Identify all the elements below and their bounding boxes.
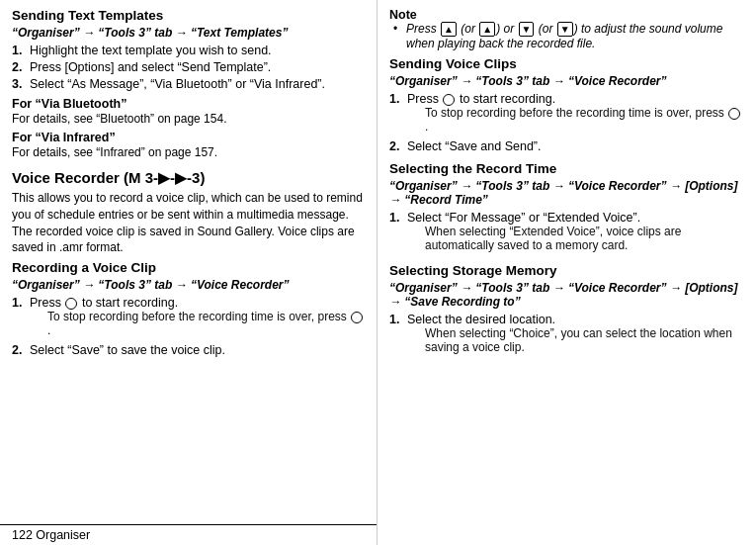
selecting-record-time-title: Selecting the Record Time bbox=[389, 161, 744, 176]
selecting-storage-path: “Organiser” → “Tools 3” tab → “Voice Rec… bbox=[389, 281, 744, 309]
selecting-record-time-path: “Organiser” → “Tools 3” tab → “Voice Rec… bbox=[389, 179, 744, 207]
ss-step-1-num: 1. bbox=[389, 313, 407, 357]
step-2-text: Press [Options] and select “Send Templat… bbox=[30, 60, 365, 74]
down-key-2: ▼ bbox=[557, 22, 573, 37]
step-3-text: Select “As Message”, “Via Bluetooth” or … bbox=[30, 77, 365, 91]
ss-step-1-content: Select the desired location. When select… bbox=[407, 313, 744, 357]
step-1-num: 1. bbox=[12, 44, 30, 57]
note-title: Note bbox=[389, 8, 744, 22]
sending-text-templates-title: Sending Text Templates bbox=[12, 8, 365, 23]
note-section: Note • Press ▲ (or ▲) or ▼ (or ▼) to adj… bbox=[389, 8, 744, 50]
step-1-text: Highlight the text template you wish to … bbox=[30, 44, 365, 57]
page-footer: 122 Organiser bbox=[0, 524, 378, 545]
svc-step-1-content: Press to start recording. To stop record… bbox=[407, 92, 744, 136]
up-key-2: ▲ bbox=[479, 22, 495, 37]
step-2-num: 2. bbox=[12, 60, 30, 74]
footer-text: 122 Organiser bbox=[12, 528, 90, 542]
svc-step-1-num: 1. bbox=[389, 92, 407, 136]
note-bullet: • bbox=[393, 22, 403, 50]
rec-step-1-sub: To stop recording before the recording t… bbox=[30, 310, 365, 337]
up-key: ▲ bbox=[441, 22, 457, 37]
via-bluetooth-heading: For “Via Bluetooth” bbox=[12, 97, 365, 111]
svc-step-2: 2. Select “Save and Send”. bbox=[389, 139, 744, 153]
svc-step-1: 1. Press to start recording. To stop rec… bbox=[389, 92, 744, 136]
svc-step-2-num: 2. bbox=[389, 139, 407, 153]
down-key: ▼ bbox=[519, 22, 535, 37]
right-column: Note • Press ▲ (or ▲) or ▼ (or ▼) to adj… bbox=[378, 0, 756, 545]
srt-step-1-content: Select “For Message” or “Extended Voice”… bbox=[407, 211, 744, 255]
svc-step-2-text: Select “Save and Send”. bbox=[407, 139, 744, 153]
rec-step-2-text: Select “Save” to save the voice clip. bbox=[30, 343, 365, 357]
ss-step-1: 1. Select the desired location. When sel… bbox=[389, 313, 744, 357]
rec-step-1: 1. Press to start recording. To stop rec… bbox=[12, 296, 365, 340]
sending-voice-clips-title: Sending Voice Clips bbox=[389, 56, 744, 71]
recording-path: “Organiser” → “Tools 3” tab → “Voice Rec… bbox=[12, 278, 365, 292]
selecting-storage-title: Selecting Storage Memory bbox=[389, 263, 744, 278]
circle-icon-3 bbox=[443, 94, 455, 106]
circle-icon-2 bbox=[351, 312, 363, 323]
voice-recorder-title: Voice Recorder (M 3-▶-▶-3) bbox=[12, 169, 365, 187]
selecting-storage-section: Selecting Storage Memory “Organiser” → “… bbox=[389, 263, 744, 357]
sending-voice-clips-section: Sending Voice Clips “Organiser” → “Tools… bbox=[389, 56, 744, 153]
via-bluetooth-detail: For details, see “Bluetooth” on page 154… bbox=[12, 112, 365, 126]
srt-step-1-num: 1. bbox=[389, 211, 407, 255]
rec-step-2: 2. Select “Save” to save the voice clip. bbox=[12, 343, 365, 357]
voice-recorder-section: Voice Recorder (M 3-▶-▶-3) This allows y… bbox=[12, 169, 365, 357]
circle-icon-1 bbox=[65, 298, 77, 310]
sending-text-templates-section: Sending Text Templates “Organiser” → “To… bbox=[12, 8, 365, 159]
sending-voice-clips-path: “Organiser” → “Tools 3” tab → “Voice Rec… bbox=[389, 74, 744, 88]
rec-step-1-content: Press to start recording. To stop record… bbox=[30, 296, 365, 340]
circle-icon-4 bbox=[728, 108, 740, 120]
srt-step-1: 1. Select “For Message” or “Extended Voi… bbox=[389, 211, 744, 255]
selecting-record-time-section: Selecting the Record Time “Organiser” → … bbox=[389, 161, 744, 255]
rec-step-1-num: 1. bbox=[12, 296, 30, 340]
via-infrared-heading: For “Via Infrared” bbox=[12, 131, 365, 144]
sending-text-templates-path: “Organiser” → “Tools 3” tab → “Text Temp… bbox=[12, 26, 365, 40]
rec-step-2-num: 2. bbox=[12, 343, 30, 357]
step-1: 1. Highlight the text template you wish … bbox=[12, 44, 365, 57]
step-3: 3. Select “As Message”, “Via Bluetooth” … bbox=[12, 77, 365, 91]
recording-voice-clip-section: Recording a Voice Clip “Organiser” → “To… bbox=[12, 260, 365, 357]
ss-step-1-sub: When selecting “Choice”, you can select … bbox=[407, 326, 744, 354]
recording-title: Recording a Voice Clip bbox=[12, 260, 365, 275]
srt-step-1-sub: When selecting “Extended Voice”, voice c… bbox=[407, 225, 744, 252]
note-item-1: • Press ▲ (or ▲) or ▼ (or ▼) to adjust t… bbox=[389, 22, 744, 50]
left-column: Sending Text Templates “Organiser” → “To… bbox=[0, 0, 378, 545]
via-infrared-detail: For details, see “Infrared” on page 157. bbox=[12, 145, 365, 159]
voice-recorder-body: This allows you to record a voice clip, … bbox=[12, 190, 365, 256]
svc-step-1-sub: To stop recording before the recording t… bbox=[407, 106, 744, 134]
path-text: “Organiser” → “Tools 3” tab → “Text Temp… bbox=[12, 26, 288, 40]
note-item-1-text: Press ▲ (or ▲) or ▼ (or ▼) to adjust the… bbox=[406, 22, 744, 50]
step-3-num: 3. bbox=[12, 77, 30, 91]
step-2: 2. Press [Options] and select “Send Temp… bbox=[12, 60, 365, 74]
